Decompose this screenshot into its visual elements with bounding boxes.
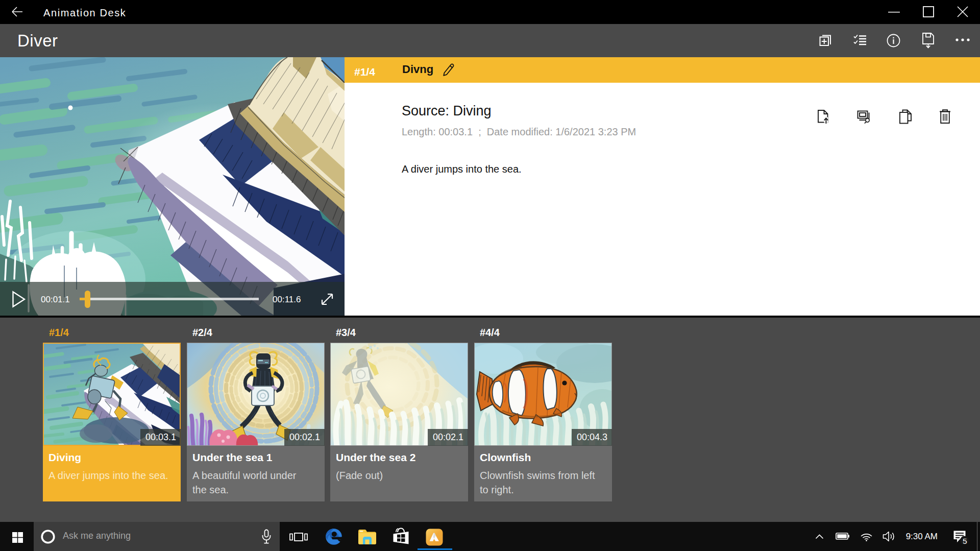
svg-text:5: 5 bbox=[963, 537, 967, 545]
